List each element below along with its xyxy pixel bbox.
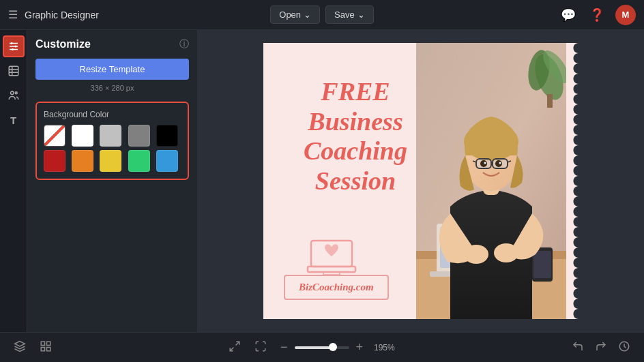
rail-icon-people[interactable] <box>3 85 25 106</box>
redo-icon[interactable] <box>592 337 610 358</box>
scallop-edge <box>564 43 579 319</box>
svg-point-3 <box>10 42 12 44</box>
bottom-center: − + 195% <box>226 337 398 358</box>
swatch-gray[interactable] <box>128 125 150 147</box>
layers-icon[interactable] <box>11 337 29 358</box>
topbar-right: 💬 ❓ M <box>426 5 636 25</box>
icon-rail: T <box>0 30 27 332</box>
swatch-dark-red[interactable] <box>44 150 65 172</box>
panel-header: Customize ⓘ <box>35 38 189 50</box>
main-layout: T Customize ⓘ Resize Template 336 × 280 … <box>0 30 644 332</box>
help-icon-button[interactable]: ❓ <box>587 5 607 25</box>
bottombar: − + 195% <box>0 332 644 362</box>
zoom-slider-fill <box>295 346 333 349</box>
bottom-left <box>11 337 55 358</box>
app-title: Graphic Designer <box>25 10 99 20</box>
topbar-center: Open ⌄ Save ⌄ <box>218 5 427 24</box>
size-label: 336 × 280 px <box>35 84 189 92</box>
swatch-black[interactable] <box>156 125 178 147</box>
svg-point-28 <box>464 245 488 264</box>
info-icon[interactable]: ⓘ <box>179 38 189 50</box>
resize-template-button[interactable]: Resize Template <box>35 59 189 80</box>
svg-point-39 <box>495 160 502 167</box>
svg-line-46 <box>235 342 239 345</box>
svg-rect-44 <box>47 347 50 350</box>
side-panel: Customize ⓘ Resize Template 336 × 280 px… <box>27 30 198 332</box>
open-button[interactable]: Open ⌄ <box>270 5 320 24</box>
expand-icon[interactable] <box>226 337 244 358</box>
svg-point-38 <box>480 160 487 167</box>
svg-rect-42 <box>41 342 44 345</box>
zoom-out-icon[interactable]: − <box>278 337 291 357</box>
zoom-slider-thumb <box>329 343 337 351</box>
avatar[interactable]: M <box>615 5 636 25</box>
bg-color-section: Background Color <box>35 102 189 180</box>
swatch-transparent[interactable] <box>44 125 65 147</box>
zoom-percentage: 195% <box>374 343 398 352</box>
canvas-area: FREE Business Coaching Session <box>198 30 644 332</box>
topbar-left: ☰ Graphic Designer <box>8 8 218 21</box>
swatch-light-gray[interactable] <box>100 125 121 147</box>
color-grid <box>44 125 181 172</box>
svg-point-11 <box>15 92 17 94</box>
svg-point-4 <box>14 46 16 48</box>
chat-icon: 💬 <box>561 8 576 22</box>
swatch-green[interactable] <box>128 150 150 172</box>
rail-icon-layers[interactable] <box>3 60 25 82</box>
swatch-blue[interactable] <box>156 150 178 172</box>
swatch-yellow[interactable] <box>100 150 121 172</box>
svg-rect-43 <box>47 342 50 345</box>
zoom-in-icon[interactable]: + <box>353 337 366 357</box>
canvas-text-area: FREE Business Coaching Session <box>263 63 441 210</box>
svg-line-47 <box>230 347 233 350</box>
design-canvas[interactable]: FREE Business Coaching Session <box>263 43 579 319</box>
swatch-white[interactable] <box>72 125 93 147</box>
biz-coaching-box: BizCoaching.com <box>284 275 389 300</box>
svg-point-41 <box>499 162 501 164</box>
rail-icon-customize[interactable] <box>3 35 25 57</box>
panel-title: Customize <box>35 38 91 50</box>
svg-rect-20 <box>547 94 553 108</box>
svg-rect-45 <box>41 347 44 350</box>
chat-icon-button[interactable]: 💬 <box>558 5 579 25</box>
svg-rect-13 <box>308 267 355 272</box>
svg-point-29 <box>494 243 518 262</box>
help-icon: ❓ <box>589 8 604 22</box>
undo-icon[interactable] <box>569 337 587 358</box>
bottom-right <box>569 337 633 358</box>
zoom-control: − + <box>278 337 366 357</box>
svg-rect-6 <box>9 66 18 76</box>
grid-icon[interactable] <box>37 337 55 358</box>
svg-rect-27 <box>533 251 551 278</box>
svg-point-10 <box>10 91 14 95</box>
rail-icon-text[interactable]: T <box>3 109 25 131</box>
svg-point-5 <box>12 48 14 50</box>
svg-point-40 <box>484 162 486 164</box>
text-icon: T <box>10 115 16 126</box>
fit-icon[interactable] <box>252 337 269 358</box>
history-icon[interactable] <box>615 337 633 358</box>
swatch-orange[interactable] <box>72 150 93 172</box>
topbar: ☰ Graphic Designer Open ⌄ Save ⌄ 💬 ❓ M <box>0 0 644 30</box>
bg-color-label: Background Color <box>44 110 181 119</box>
canvas-title: FREE Business Coaching Session <box>284 77 427 196</box>
zoom-slider[interactable] <box>295 346 349 349</box>
save-button[interactable]: Save ⌄ <box>325 5 374 24</box>
menu-icon[interactable]: ☰ <box>8 8 18 21</box>
